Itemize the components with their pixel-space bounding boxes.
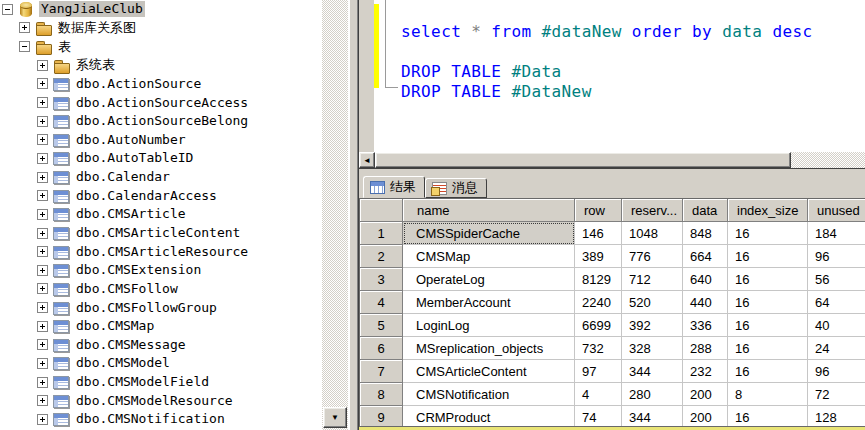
grid-cell[interactable]: 640	[683, 268, 728, 291]
code-text[interactable]: select * from #dataNew order by data des…	[401, 2, 865, 102]
expand-plus-icon[interactable]	[37, 283, 48, 294]
grid-cell[interactable]: 40	[808, 314, 865, 337]
grid-cell[interactable]: 24	[808, 337, 865, 360]
collapse-minus-icon[interactable]	[19, 41, 30, 52]
expand-plus-icon[interactable]	[37, 414, 48, 425]
expand-plus-icon[interactable]	[37, 209, 48, 220]
grid-cell[interactable]: 328	[622, 337, 683, 360]
grid-cell[interactable]: 184	[808, 222, 865, 245]
grid-cell[interactable]: MSreplication_objects	[403, 337, 575, 360]
grid-cell[interactable]: 96	[808, 360, 865, 383]
tree-vertical-scrollbar[interactable]: ▼	[322, 0, 348, 430]
row-number-header[interactable]: 8	[360, 383, 403, 406]
expand-plus-icon[interactable]	[37, 321, 48, 332]
expand-plus-icon[interactable]	[19, 22, 30, 33]
grid-cell[interactable]: 848	[683, 222, 728, 245]
grid-cell[interactable]: 8	[728, 383, 808, 406]
grid-cell[interactable]: CRMProduct	[403, 406, 575, 427]
grid-column-header[interactable]: index_size	[728, 199, 808, 222]
collapse-minus-icon[interactable]	[2, 4, 13, 15]
tree-node[interactable]: dbo.ActionSourceBelong	[0, 112, 322, 131]
tree-node[interactable]: dbo.CalendarAccess	[0, 186, 322, 205]
grid-cell[interactable]: 74	[575, 406, 622, 427]
tree-node[interactable]: dbo.CMSArticle	[0, 205, 322, 224]
grid-column-header[interactable]: data	[683, 199, 728, 222]
grid-cell[interactable]: CMSNotification	[403, 383, 575, 406]
row-number-header[interactable]: 7	[360, 360, 403, 383]
grid-cell[interactable]: 128	[808, 406, 865, 427]
row-number-header[interactable]: 9	[360, 406, 403, 427]
tree-node[interactable]: dbo.CMSFollow	[0, 280, 322, 299]
scroll-down-button[interactable]: ▼	[323, 407, 347, 428]
tree-node[interactable]: dbo.CMSNotification	[0, 410, 322, 429]
grid-cell[interactable]: 16	[728, 337, 808, 360]
expand-plus-icon[interactable]	[37, 116, 48, 127]
tree-node[interactable]: dbo.CMSArticleContent	[0, 224, 322, 243]
grid-cell[interactable]: 200	[683, 406, 728, 427]
grid-column-header[interactable]: unused	[808, 199, 865, 222]
scrollbar-thumb[interactable]	[375, 152, 791, 168]
grid-cell[interactable]: 389	[575, 245, 622, 268]
row-number-header[interactable]: 1	[360, 222, 403, 245]
grid-corner-header[interactable]	[360, 199, 403, 222]
tree-node[interactable]: dbo.CMSArticleResource	[0, 242, 322, 261]
grid-cell[interactable]: 4	[575, 383, 622, 406]
grid-cell[interactable]: CMSSpiderCache	[403, 222, 575, 245]
grid-column-header[interactable]: reserv...	[622, 199, 683, 222]
grid-cell[interactable]: 776	[622, 245, 683, 268]
grid-cell[interactable]: 72	[808, 383, 865, 406]
grid-cell[interactable]: CMSMap	[403, 245, 575, 268]
expand-plus-icon[interactable]	[37, 190, 48, 201]
row-number-header[interactable]: 3	[360, 268, 403, 291]
scroll-left-button[interactable]: ◄	[359, 152, 375, 168]
tree-node[interactable]: dbo.CMSMessage	[0, 336, 322, 355]
grid-column-header[interactable]: row	[575, 199, 622, 222]
grid-cell[interactable]: 280	[622, 383, 683, 406]
grid-cell[interactable]: 440	[683, 291, 728, 314]
expand-plus-icon[interactable]	[37, 358, 48, 369]
row-number-header[interactable]: 5	[360, 314, 403, 337]
tree-node[interactable]: dbo.CMSModelField	[0, 373, 322, 392]
grid-cell[interactable]: 200	[683, 383, 728, 406]
expand-plus-icon[interactable]	[37, 395, 48, 406]
grid-cell[interactable]: 1048	[622, 222, 683, 245]
expand-plus-icon[interactable]	[37, 265, 48, 276]
grid-column-header[interactable]: name	[403, 199, 575, 222]
grid-cell[interactable]: 520	[622, 291, 683, 314]
expand-plus-icon[interactable]	[37, 172, 48, 183]
grid-cell[interactable]: 392	[622, 314, 683, 337]
sql-editor[interactable]: select * from #dataNew order by data des…	[359, 0, 865, 169]
expand-plus-icon[interactable]	[37, 134, 48, 145]
tree-node[interactable]: dbo.ActionSource	[0, 75, 322, 94]
panel-splitter[interactable]	[348, 0, 358, 430]
tree-node[interactable]: dbo.CMSMap	[0, 317, 322, 336]
expand-plus-icon[interactable]	[37, 97, 48, 108]
grid-cell[interactable]: 97	[575, 360, 622, 383]
tab-results[interactable]: 结果	[363, 176, 425, 198]
tree-node[interactable]: 表	[0, 37, 322, 56]
row-number-header[interactable]: 2	[360, 245, 403, 268]
expand-plus-icon[interactable]	[37, 302, 48, 313]
grid-cell[interactable]: 64	[808, 291, 865, 314]
expand-plus-icon[interactable]	[37, 246, 48, 257]
grid-cell[interactable]: CMSArticleContent	[403, 360, 575, 383]
grid-cell[interactable]: 344	[622, 406, 683, 427]
grid-cell[interactable]: 16	[728, 360, 808, 383]
tab-messages[interactable]: 消息	[425, 178, 487, 198]
grid-cell[interactable]: 146	[575, 222, 622, 245]
tree-node[interactable]: dbo.Calendar	[0, 168, 322, 187]
grid-cell[interactable]: 2240	[575, 291, 622, 314]
expand-plus-icon[interactable]	[37, 60, 48, 71]
tree-node[interactable]: dbo.AutoNumber	[0, 130, 322, 149]
grid-cell[interactable]: 288	[683, 337, 728, 360]
grid-cell[interactable]: 56	[808, 268, 865, 291]
grid-cell[interactable]: 232	[683, 360, 728, 383]
tree-node[interactable]: dbo.AutoTableID	[0, 149, 322, 168]
grid-cell[interactable]: OperateLog	[403, 268, 575, 291]
editor-horizontal-scrollbar[interactable]: ◄	[359, 152, 865, 168]
expand-plus-icon[interactable]	[37, 78, 48, 89]
grid-cell[interactable]: 8129	[575, 268, 622, 291]
grid-cell[interactable]: 336	[683, 314, 728, 337]
grid-cell[interactable]: 16	[728, 314, 808, 337]
grid-cell[interactable]: MemberAccount	[403, 291, 575, 314]
